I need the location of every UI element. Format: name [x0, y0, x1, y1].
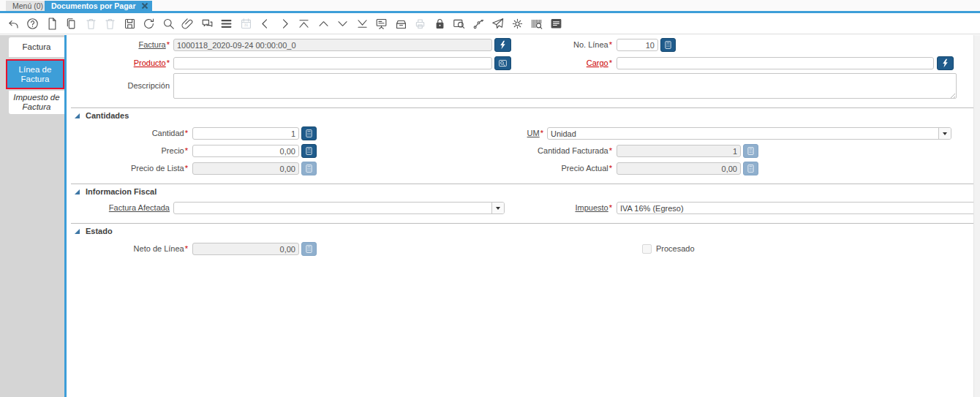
calculator-icon	[746, 164, 755, 173]
um-combobox[interactable]: Unidad	[547, 127, 951, 140]
precio-actual-calculator-button	[743, 162, 758, 175]
report-icon[interactable]	[372, 14, 392, 33]
producto-label[interactable]: Producto*	[67, 56, 170, 70]
archive-icon[interactable]	[391, 14, 411, 33]
first-record-icon[interactable]	[295, 14, 314, 33]
calculator-icon	[746, 146, 755, 156]
um-value: Unidad	[548, 129, 938, 138]
factura-afectada-label[interactable]: Factura Afectada	[67, 201, 170, 215]
product-info-icon[interactable]	[527, 14, 547, 33]
cantidad-facturada-calculator-button	[743, 144, 758, 158]
tab-label: Documentos por Pagar	[51, 1, 136, 10]
close-tab-icon[interactable]	[140, 1, 149, 10]
form-row: Precio* Cantidad Facturada*	[67, 144, 980, 158]
tab-sidebar: Factura Línea de Factura Impuesto de Fac…	[0, 35, 64, 397]
precio-actual-input	[617, 162, 741, 175]
workflow-icon[interactable]	[469, 14, 489, 33]
cargo-label[interactable]: Cargo*	[505, 56, 612, 70]
cantidad-facturada-input	[617, 145, 741, 157]
toolbar: 31	[0, 13, 980, 34]
calculator-icon	[304, 129, 314, 138]
impuesto-value: IVA 16% (Egreso)	[617, 204, 980, 213]
chevron-down-icon	[943, 132, 947, 135]
form-row: Cantidad* UM* Unidad	[67, 126, 980, 140]
required-marker: *	[540, 129, 543, 137]
find-icon[interactable]	[159, 14, 178, 33]
collapse-triangle-icon[interactable]	[75, 229, 80, 234]
required-marker: *	[185, 244, 188, 253]
app-window: Menú (0) Documentos por Pagar 31 Factura…	[0, 0, 980, 397]
detail-record-icon[interactable]	[275, 14, 295, 33]
no-linea-calculator-button[interactable]	[660, 38, 676, 52]
scrollbar[interactable]	[973, 35, 980, 397]
next-record-icon[interactable]	[333, 14, 353, 33]
sidebar-tab-linea-de-factura[interactable]: Línea de Factura	[6, 59, 64, 89]
precio-de-lista-label: Precio de Lista*	[67, 162, 188, 175]
precio-de-lista-calculator-button	[301, 162, 317, 175]
last-record-icon[interactable]	[353, 14, 372, 33]
procesado-checkbox[interactable]	[642, 244, 652, 254]
section-title: Cantidades	[86, 111, 129, 120]
um-label[interactable]: UM*	[432, 126, 543, 140]
tab-documentos-por-pagar[interactable]: Documentos por Pagar	[45, 1, 152, 11]
collapse-triangle-icon[interactable]	[75, 113, 80, 118]
zoom-across-icon[interactable]	[450, 14, 470, 33]
save-icon[interactable]	[120, 14, 140, 33]
descripcion-label: Descripción	[67, 73, 170, 99]
required-marker: *	[185, 129, 188, 137]
sidebar-tab-factura[interactable]: Factura	[9, 37, 64, 57]
required-marker: *	[167, 40, 170, 49]
section-header-estado[interactable]: Estado	[71, 223, 973, 237]
attachment-icon[interactable]	[178, 14, 198, 33]
precio-label: Precio*	[67, 144, 188, 158]
section-header-cantidades[interactable]: Cantidades	[71, 107, 973, 121]
delete-record-icon	[81, 14, 101, 33]
cantidad-input[interactable]	[192, 127, 299, 140]
precio-input[interactable]	[192, 145, 299, 157]
factura-afectada-combobox[interactable]	[173, 202, 505, 214]
precio-calculator-button[interactable]	[301, 144, 317, 158]
quick-form-icon[interactable]	[546, 14, 566, 33]
form-row: Descripción	[67, 73, 980, 99]
producto-input[interactable]	[173, 57, 492, 69]
calculator-icon	[663, 40, 673, 50]
section-title: Estado	[86, 227, 113, 235]
impuesto-combobox[interactable]: IVA 16% (Egreso)	[617, 202, 980, 214]
required-marker: *	[609, 40, 612, 49]
neto-de-linea-label: Neto de Línea*	[67, 242, 188, 256]
copy-record-icon[interactable]	[62, 14, 82, 33]
factura-input[interactable]	[173, 39, 492, 51]
section-title: Informacion Fiscal	[86, 187, 157, 196]
section-header-informacion-fiscal[interactable]: Informacion Fiscal	[71, 184, 973, 197]
sidebar-tab-impuesto-de-factura[interactable]: Impuesto de Factura	[9, 91, 64, 114]
tab-menu[interactable]: Menú (0)	[6, 1, 50, 11]
dropdown-arrow-button[interactable]	[491, 203, 504, 213]
parent-record-icon[interactable]	[256, 14, 276, 33]
grid-toggle-icon[interactable]	[217, 14, 237, 33]
chat-icon[interactable]	[197, 14, 217, 33]
refresh-icon[interactable]	[140, 14, 159, 33]
impuesto-label[interactable]: Impuesto*	[505, 201, 612, 215]
cargo-input[interactable]	[617, 57, 934, 69]
svg-text:31: 31	[244, 23, 248, 27]
undo-icon[interactable]	[4, 14, 23, 33]
dropdown-arrow-button[interactable]	[938, 128, 951, 139]
lock-icon[interactable]	[430, 14, 450, 33]
collapse-triangle-icon[interactable]	[75, 189, 80, 194]
new-record-icon[interactable]	[42, 14, 62, 33]
send-icon[interactable]	[489, 14, 508, 33]
cantidad-calculator-button[interactable]	[301, 126, 317, 140]
delete-selection-icon	[101, 14, 121, 33]
cargo-record-editor-button[interactable]	[937, 56, 954, 70]
required-marker: *	[167, 58, 170, 67]
descripcion-textarea[interactable]	[173, 73, 957, 99]
no-linea-label: No. Línea*	[505, 38, 612, 52]
preferences-icon[interactable]	[508, 14, 527, 33]
previous-record-icon[interactable]	[314, 14, 333, 33]
required-marker: *	[185, 164, 188, 173]
no-linea-input[interactable]	[617, 39, 658, 51]
factura-label[interactable]: Factura*	[67, 38, 170, 52]
form-panel: Factura* No. Línea* Producto* Cargo*	[67, 35, 980, 397]
help-icon[interactable]	[23, 14, 43, 33]
procesado-label: Procesado	[656, 242, 744, 256]
